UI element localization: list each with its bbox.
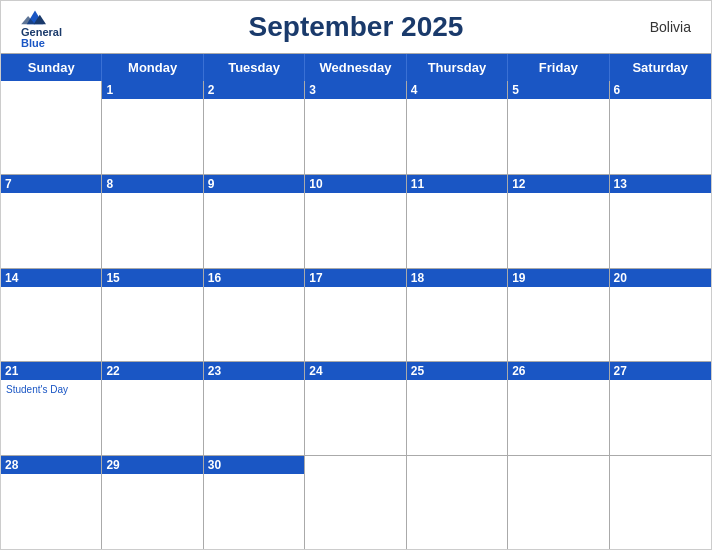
week-row-1: 123456: [1, 81, 711, 175]
calendar-header: General Blue September 2025 Bolivia: [1, 1, 711, 53]
day-headers-row: SundayMondayTuesdayWednesdayThursdayFrid…: [1, 54, 711, 81]
week-row-2: 78910111213: [1, 175, 711, 269]
holiday-label: Student's Day: [6, 384, 96, 396]
day-cell: 19: [508, 269, 609, 362]
day-cell: 11: [407, 175, 508, 268]
day-cell: [1, 81, 102, 174]
day-number: 8: [102, 175, 202, 193]
day-cell: 10: [305, 175, 406, 268]
day-number: 11: [407, 175, 507, 193]
week-row-3: 14151617181920: [1, 269, 711, 363]
day-number: 4: [407, 81, 507, 99]
day-cell: 8: [102, 175, 203, 268]
day-header-saturday: Saturday: [610, 54, 711, 81]
day-cell: 5: [508, 81, 609, 174]
day-number: 29: [102, 456, 202, 474]
day-number: 2: [204, 81, 304, 99]
day-cell: 23: [204, 362, 305, 455]
calendar-wrapper: General Blue September 2025 Bolivia Sund…: [0, 0, 712, 550]
logo-blue-row: Blue: [21, 38, 45, 49]
day-header-monday: Monday: [102, 54, 203, 81]
weeks-container: 123456789101112131415161718192021Student…: [1, 81, 711, 549]
day-cell: 30: [204, 456, 305, 549]
day-cell: 7: [1, 175, 102, 268]
day-cell: 16: [204, 269, 305, 362]
day-number: 26: [508, 362, 608, 380]
logo-icon: [21, 5, 49, 27]
day-number: 14: [1, 269, 101, 287]
day-cell: 21Student's Day: [1, 362, 102, 455]
day-number: 21: [1, 362, 101, 380]
day-cell: 12: [508, 175, 609, 268]
day-number: 6: [610, 81, 711, 99]
day-number: 27: [610, 362, 711, 380]
week-row-4: 21Student's Day222324252627: [1, 362, 711, 456]
day-cell: [305, 456, 406, 549]
day-cell: 6: [610, 81, 711, 174]
day-number: 23: [204, 362, 304, 380]
day-cell: [610, 456, 711, 549]
day-cell: 4: [407, 81, 508, 174]
day-cell: [508, 456, 609, 549]
day-cell: 13: [610, 175, 711, 268]
day-cell: [407, 456, 508, 549]
day-cell: 20: [610, 269, 711, 362]
country-label: Bolivia: [650, 19, 691, 35]
day-cell: 14: [1, 269, 102, 362]
day-number: 24: [305, 362, 405, 380]
day-number: 12: [508, 175, 608, 193]
day-cell: 25: [407, 362, 508, 455]
day-number: 13: [610, 175, 711, 193]
day-number: 9: [204, 175, 304, 193]
day-cell: 9: [204, 175, 305, 268]
day-number: 17: [305, 269, 405, 287]
calendar-grid: SundayMondayTuesdayWednesdayThursdayFrid…: [1, 53, 711, 549]
day-number: 18: [407, 269, 507, 287]
day-number: 5: [508, 81, 608, 99]
day-number: 15: [102, 269, 202, 287]
day-number: 3: [305, 81, 405, 99]
day-cell: 26: [508, 362, 609, 455]
day-number: 19: [508, 269, 608, 287]
week-row-5: 282930: [1, 456, 711, 549]
day-header-wednesday: Wednesday: [305, 54, 406, 81]
day-cell: 22: [102, 362, 203, 455]
day-number: 22: [102, 362, 202, 380]
day-cell: 15: [102, 269, 203, 362]
logo-blue-text: Blue: [21, 38, 45, 49]
day-header-friday: Friday: [508, 54, 609, 81]
day-number: 16: [204, 269, 304, 287]
day-cell: 28: [1, 456, 102, 549]
day-cell: 29: [102, 456, 203, 549]
day-cell: 1: [102, 81, 203, 174]
logo-area: General Blue: [21, 5, 62, 49]
day-header-sunday: Sunday: [1, 54, 102, 81]
day-header-tuesday: Tuesday: [204, 54, 305, 81]
day-cell: 2: [204, 81, 305, 174]
day-cell: 3: [305, 81, 406, 174]
day-cell: 27: [610, 362, 711, 455]
day-header-thursday: Thursday: [407, 54, 508, 81]
day-number: 28: [1, 456, 101, 474]
day-number: 7: [1, 175, 101, 193]
day-number: 1: [102, 81, 202, 99]
title-area: September 2025: [249, 11, 464, 43]
day-number: 25: [407, 362, 507, 380]
day-number: 20: [610, 269, 711, 287]
day-number: 30: [204, 456, 304, 474]
day-cell: 24: [305, 362, 406, 455]
day-cell: 18: [407, 269, 508, 362]
calendar-title: September 2025: [249, 11, 464, 43]
day-cell: 17: [305, 269, 406, 362]
day-number: 10: [305, 175, 405, 193]
